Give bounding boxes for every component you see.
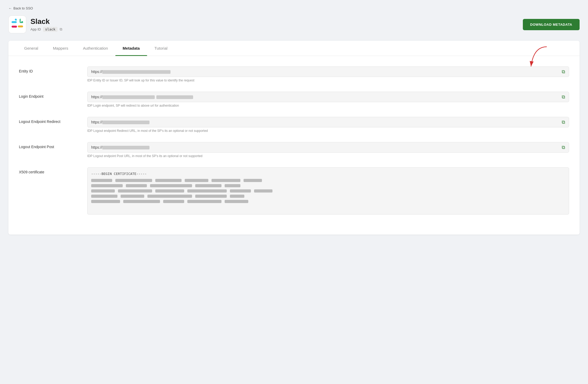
entity-id-label: Entity ID	[19, 66, 87, 73]
login-endpoint-field: Login Endpoint https:// ⧉ IDP Login endp…	[19, 92, 569, 107]
tabs-nav: General Mappers Authentication Metadata …	[8, 41, 580, 56]
cert-line-1	[91, 179, 565, 182]
entity-id-content: https:// ⧉ IDP Entity ID or Issuer ID, S…	[87, 66, 569, 82]
logout-endpoint-post-value: https://	[91, 145, 559, 149]
app-info-text: Slack App ID slack ⧉	[30, 17, 62, 32]
app-info-left: Slack App ID slack ⧉	[8, 15, 62, 33]
tab-authentication[interactable]: Authentication	[76, 41, 115, 56]
tabs-container: General Mappers Authentication Metadata …	[8, 41, 580, 235]
cert-begin-text: -----BEGIN CERTIFICATE-----	[91, 172, 565, 176]
logout-endpoint-post-label: Logout Endpoint Post	[19, 142, 87, 149]
copy-app-id-icon[interactable]: ⧉	[60, 27, 62, 32]
login-endpoint-input[interactable]: https:// ⧉	[87, 92, 569, 102]
app-id-label: App ID	[30, 27, 41, 31]
app-icon	[8, 15, 26, 33]
tab-metadata[interactable]: Metadata	[115, 41, 147, 56]
back-link-label: Back to SSO	[13, 6, 33, 10]
cert-line-2	[91, 184, 565, 187]
logout-endpoint-redirect-label: Logout Endpoint Redirect	[19, 117, 87, 124]
tab-content-metadata: Entity ID https:// ⧉ I	[8, 56, 580, 235]
certificate-label: X509 certificate	[19, 167, 87, 174]
entity-id-input[interactable]: https:// ⧉	[87, 66, 569, 77]
logout-endpoint-post-input[interactable]: https:// ⧉	[87, 142, 569, 153]
login-endpoint-hint: IDP Login endpoint, SP will redirect to …	[87, 104, 569, 107]
entity-id-copy-icon[interactable]: ⧉	[562, 69, 565, 74]
certificate-field: X509 certificate -----BEGIN CERTIFICATE-…	[19, 167, 569, 215]
app-id-badge: slack	[43, 27, 58, 32]
tab-mappers[interactable]: Mappers	[45, 41, 75, 56]
login-endpoint-content: https:// ⧉ IDP Login endpoint, SP will r…	[87, 92, 569, 107]
logout-endpoint-redirect-content: https:// ⧉ IDP Logout endpoint Redirect …	[87, 117, 569, 133]
cert-line-3	[91, 189, 565, 193]
logout-endpoint-redirect-field: Logout Endpoint Redirect https:// ⧉ IDP …	[19, 117, 569, 133]
tab-tutorial[interactable]: Tutorial	[147, 41, 175, 56]
logout-endpoint-redirect-input[interactable]: https:// ⧉	[87, 117, 569, 127]
logout-endpoint-post-field: Logout Endpoint Post https:// ⧉ IDP Logo…	[19, 142, 569, 158]
logout-endpoint-redirect-hint: IDP Logout endpoint Redirect URL, in mos…	[87, 129, 569, 133]
logout-endpoint-post-copy-icon[interactable]: ⧉	[562, 145, 565, 150]
entity-id-hint: IDP Entity ID or Issuer ID, SP will look…	[87, 79, 569, 82]
app-name: Slack	[30, 17, 62, 26]
cert-lines	[91, 179, 565, 203]
app-id-row: App ID slack ⧉	[30, 27, 62, 32]
entity-id-field: Entity ID https:// ⧉ I	[19, 66, 569, 82]
back-arrow-icon: ←	[8, 6, 12, 10]
cert-line-4	[91, 195, 565, 198]
back-to-sso-link[interactable]: ← Back to SSO	[8, 6, 580, 10]
logout-endpoint-redirect-copy-icon[interactable]: ⧉	[562, 120, 565, 124]
certificate-textarea[interactable]: -----BEGIN CERTIFICATE-----	[87, 167, 569, 215]
logout-endpoint-redirect-value: https://	[91, 120, 559, 124]
login-endpoint-copy-icon[interactable]: ⧉	[562, 95, 565, 99]
cert-line-5	[91, 200, 565, 203]
tab-general[interactable]: General	[17, 41, 45, 56]
slack-logo-icon	[12, 19, 23, 30]
logout-endpoint-post-hint: IDP Logout endpoint Post URL, in most of…	[87, 154, 569, 158]
download-metadata-button[interactable]: DOWNLOAD METADATA	[523, 19, 580, 30]
certificate-content: -----BEGIN CERTIFICATE-----	[87, 167, 569, 215]
login-endpoint-value: https://	[91, 95, 559, 99]
entity-id-value: https://	[91, 70, 559, 74]
app-header: Slack App ID slack ⧉ DOWNLOAD METADATA	[8, 15, 580, 33]
login-endpoint-label: Login Endpoint	[19, 92, 87, 98]
logout-endpoint-post-content: https:// ⧉ IDP Logout endpoint Post URL,…	[87, 142, 569, 158]
